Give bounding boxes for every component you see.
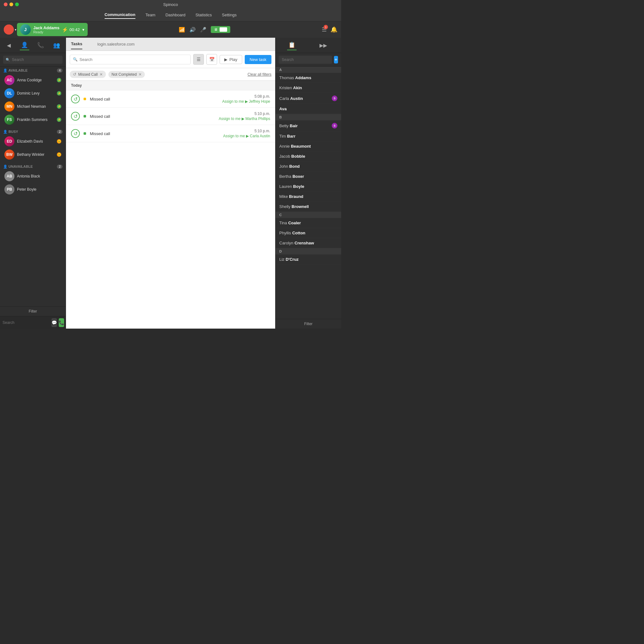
filter-tags-bar: ↺ Missed Call ✕ Not Completed ✕ Clear al… xyxy=(66,68,275,81)
contact-john-bond[interactable]: John Bond xyxy=(276,161,341,172)
contact-bertha-boxer[interactable]: Bertha Boxer xyxy=(276,172,341,182)
group-icon[interactable]: 👥 xyxy=(52,41,61,50)
contact-tina-coaler[interactable]: Tina Coaler xyxy=(276,218,341,228)
calendar-view-button[interactable]: 📅 xyxy=(206,54,217,65)
contact-thomas-addams[interactable]: Thomas Addams xyxy=(276,73,341,83)
missed-call-filter-close[interactable]: ✕ xyxy=(100,72,103,77)
play-icon: ▶ xyxy=(224,57,227,62)
not-completed-filter-close[interactable]: ✕ xyxy=(139,72,142,77)
status-dominic: ⚡ xyxy=(57,91,61,96)
filter-missed-call[interactable]: ↺ Missed Call ✕ xyxy=(70,71,106,78)
volume-icon[interactable]: 🔊 xyxy=(189,27,196,33)
agent-item-michael[interactable]: MN Michael Newman ⚡ xyxy=(3,100,63,113)
agent-item-bethany[interactable]: BW Bethany Winkler 😐 xyxy=(3,148,63,161)
filter-not-completed[interactable]: Not Completed ✕ xyxy=(108,71,145,78)
agent-status-button[interactable] xyxy=(4,25,14,35)
chat-icon-button[interactable]: 💬 xyxy=(52,318,57,327)
list-view-button[interactable]: ☰ xyxy=(193,54,204,65)
avatar-anna: AC xyxy=(4,75,14,85)
phone-dial-button[interactable]: 📞 xyxy=(59,318,64,327)
busy-label: 👤 BUSY xyxy=(3,130,18,134)
task-list: Today Missed call 5:08 p.m. Assign to me… xyxy=(66,81,275,329)
forward-arrow[interactable]: ▶▶ xyxy=(317,41,330,50)
contact-kristen-akin[interactable]: Kristen Akin xyxy=(276,83,341,93)
task-assign-1[interactable]: Assign to me ▶ Jeffrey Hope xyxy=(222,99,270,104)
avatar-michael: MN xyxy=(4,101,14,112)
notifications-button[interactable]: ☰ 1 xyxy=(322,26,327,33)
contact-mike-braund[interactable]: Mike Braund xyxy=(276,192,341,202)
phone-icon[interactable]: 📞 xyxy=(36,41,45,50)
right-search-input[interactable] xyxy=(279,56,332,64)
contact-name-jacob: Jacob Bobble xyxy=(279,154,337,159)
agent-item-elizabeth[interactable]: ED Elizabeth Davis 😐 xyxy=(3,135,63,148)
contact-name-liz: Liz D'Cruz xyxy=(279,257,337,262)
maximize-button[interactable] xyxy=(15,3,19,6)
task-item-2[interactable]: Missed call 5:10 p.m. Assign to me ▶ Mar… xyxy=(66,108,275,125)
agent-dropdown-icon[interactable]: ▾ xyxy=(82,27,85,32)
contact-phyllis-cotton[interactable]: Phyllis Cotton xyxy=(276,228,341,238)
nav-statistics[interactable]: Statistics xyxy=(195,11,212,19)
sidebar-search-input[interactable] xyxy=(3,56,63,64)
contact-name-kristen: Kristen Akin xyxy=(279,85,337,90)
contact-annie-beaumont[interactable]: Annie Beaumont xyxy=(276,141,341,151)
avatar-peter: PB xyxy=(4,184,14,194)
agent-name: Jack Addams xyxy=(33,25,59,30)
contact-tim-barr[interactable]: Tim Barr xyxy=(276,131,341,141)
section-c-header: C xyxy=(276,212,341,218)
bell-icon[interactable]: 🔔 xyxy=(330,26,337,33)
tab-tasks[interactable]: Tasks xyxy=(71,39,82,49)
new-task-button[interactable]: New task xyxy=(245,55,271,64)
agent-item-anna[interactable]: AC Anna Coolidge ⚡ xyxy=(3,74,63,86)
add-contact-button[interactable]: + xyxy=(334,56,338,63)
right-filter-button[interactable]: Filter xyxy=(304,322,313,326)
contact-lauren-boyle[interactable]: Lauren Boyle xyxy=(276,182,341,192)
task-time-3: 5:10 p.m. xyxy=(254,129,270,133)
clear-all-filters[interactable]: Clear all filters xyxy=(248,72,271,77)
bottom-search-input[interactable] xyxy=(3,320,50,325)
task-item-1[interactable]: Missed call 5:08 p.m. Assign to me ▶ Jef… xyxy=(66,90,275,108)
contact-carolyn-crenshaw[interactable]: Carolyn Crenshaw xyxy=(276,238,341,248)
contact-card-icon[interactable]: 📋 xyxy=(287,40,297,50)
contact-name-annie: Annie Beaumont xyxy=(279,144,337,149)
filter-button[interactable]: Filter xyxy=(29,309,37,314)
unavailable-group: 👤 UNAVAILABLE 2 AB Antonia Black PB Pete… xyxy=(0,163,66,198)
agent-item-dominic[interactable]: DL Dominic Levy ⚡ xyxy=(3,87,63,100)
nav-communication[interactable]: Communication xyxy=(105,11,135,19)
contact-betty-bair[interactable]: Betty Bair S xyxy=(276,120,341,131)
contact-liz-dcruz[interactable]: Liz D'Cruz xyxy=(276,254,341,265)
nav-settings[interactable]: Settings xyxy=(222,11,237,19)
agent-item-antonia[interactable]: AB Antonia Black xyxy=(3,170,63,183)
task-assign-3[interactable]: Assign to me ▶ Carla Austin xyxy=(223,134,270,138)
agent-info-card[interactable]: J Jack Addams Ready ⚡ 00:42 ▾ xyxy=(17,23,88,36)
contact-jacob-bobble[interactable]: Jacob Bobble xyxy=(276,151,341,161)
sidebar-icon-row: ◀ 👤 📞 👥 xyxy=(0,38,66,53)
agent-name-franklin: Franklin Summers xyxy=(17,117,54,122)
play-button[interactable]: ▶ Play xyxy=(220,55,242,64)
contact-carla-austin[interactable]: Carla Austin S xyxy=(276,93,341,104)
mic-icon[interactable]: 🎤 xyxy=(200,27,206,33)
notification-badge: 1 xyxy=(324,25,328,29)
contact-name-shelly: Shelly Brownell xyxy=(279,204,337,209)
close-button[interactable] xyxy=(4,3,8,6)
agent-item-franklin[interactable]: FS Franklin Summers ⚡ xyxy=(3,113,63,126)
app-title: Spinoco xyxy=(163,2,178,7)
task-item-3[interactable]: Missed call 5:10 p.m. Assign to me ▶ Car… xyxy=(66,125,275,142)
task-dot-3 xyxy=(84,132,86,135)
agent-item-peter[interactable]: PB Peter Boyle xyxy=(3,183,63,196)
nav-team[interactable]: Team xyxy=(145,11,156,19)
status-michael: ⚡ xyxy=(57,104,61,109)
task-assign-2[interactable]: Assign to me ▶ Martha Phillips xyxy=(219,117,270,121)
contact-name-tina: Tina Coaler xyxy=(279,221,337,225)
contact-ava[interactable]: Ava xyxy=(276,104,341,114)
minimize-button[interactable] xyxy=(9,3,13,6)
back-arrow[interactable]: ◀ xyxy=(4,41,13,50)
agent-name-elizabeth: Elizabeth Davis xyxy=(17,139,54,144)
monitor-icon: 🖥 xyxy=(214,27,218,32)
center-search-input[interactable] xyxy=(70,55,191,64)
nav-dashboard[interactable]: Dashboard xyxy=(166,11,186,19)
contact-shelly-brownell[interactable]: Shelly Brownell xyxy=(276,202,341,212)
status-bethany: 😐 xyxy=(57,152,61,157)
tab-salesforce[interactable]: login.salesforce.com xyxy=(97,39,135,49)
person-icon[interactable]: 👤 xyxy=(20,40,29,50)
screen-share-button[interactable]: 🖥 xyxy=(211,26,230,33)
